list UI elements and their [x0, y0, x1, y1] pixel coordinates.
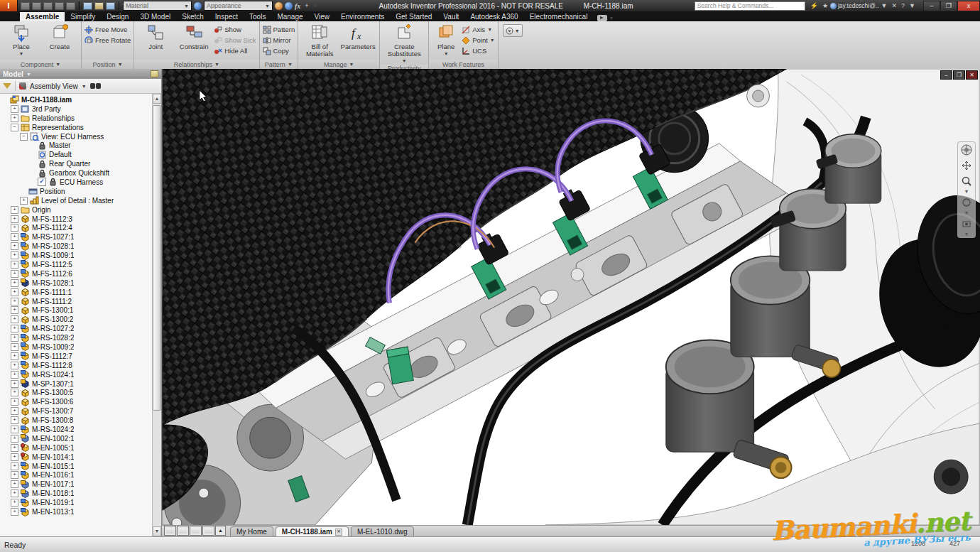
tree-item[interactable]: +M-EN-1017:1 — [0, 480, 152, 489]
doc-minimize-button[interactable]: – — [940, 70, 952, 80]
tab-manage[interactable]: Manage — [271, 12, 308, 21]
tree-item[interactable]: −View: ECU Harness — [0, 132, 152, 141]
tab-design[interactable]: Design — [101, 12, 134, 21]
redo-icon[interactable] — [66, 2, 75, 10]
create-substitutes-button[interactable]: Create Substitutes ▼ — [383, 23, 425, 65]
tab-get-started[interactable]: Get Started — [390, 12, 437, 21]
tree-expander-icon[interactable]: + — [11, 371, 18, 379]
tree-item[interactable]: +M-RS-1028:1 — [0, 278, 152, 288]
pattern-button[interactable]: Pattern — [263, 25, 295, 34]
group-label-manage[interactable]: Manage ▼ — [298, 60, 379, 69]
ribbon-more-button[interactable]: ▼ — [503, 24, 523, 37]
orbit-icon[interactable] — [960, 196, 973, 209]
tree-expander-icon[interactable]: + — [11, 444, 18, 452]
tree-expander-icon[interactable]: + — [11, 508, 18, 516]
user-menu-chevron-icon[interactable]: ▼ — [881, 2, 888, 9]
tree-item[interactable]: Gearbox Quickshift — [0, 168, 152, 178]
free-move-button[interactable]: Free Move — [85, 25, 131, 34]
tree-item[interactable]: +M-FS-1112:6 — [0, 269, 152, 278]
minimize-button[interactable]: – — [923, 1, 940, 11]
group-label-component[interactable]: Component ▼ — [0, 60, 81, 69]
zoom-flyout-chevron-icon[interactable]: ▼ — [964, 190, 969, 193]
tree-expander-icon[interactable]: + — [11, 242, 18, 250]
tree-item[interactable]: +3rd Party — [0, 104, 152, 114]
group-label-pattern[interactable]: Pattern ▼ — [260, 60, 298, 69]
tab-3d-model[interactable]: 3D Model — [134, 12, 176, 21]
tree-expander-icon[interactable]: + — [11, 471, 18, 479]
joint-button[interactable]: Joint — [137, 23, 174, 50]
tree-expander-icon[interactable]: − — [20, 133, 28, 141]
group-label-position[interactable]: Position ▼ — [82, 60, 134, 69]
tree-expander-icon[interactable]: + — [11, 288, 18, 296]
doc-tab-m-el-1010-dwg[interactable]: M-EL-1010.dwg — [351, 526, 414, 536]
tree-item[interactable]: +M-FS-1112:8 — [0, 361, 152, 370]
tab-inspect[interactable]: Inspect — [209, 12, 244, 21]
tree-expander-icon[interactable]: + — [11, 489, 18, 497]
tree-item[interactable]: +M-FS-1111:2 — [0, 297, 152, 306]
tree-item[interactable]: +M-FS-1112:7 — [0, 352, 152, 361]
tree-item[interactable]: +Relationships — [0, 114, 152, 123]
appearance-combo[interactable]: Appearance ▼ — [204, 1, 273, 11]
tree-item[interactable]: +M-EN-1016:1 — [0, 471, 152, 480]
look-at-icon[interactable] — [960, 217, 973, 230]
browser-header[interactable]: Model ▼ — [0, 69, 161, 79]
tree-item[interactable]: +M-FS-1112:4 — [0, 223, 152, 232]
tree-item[interactable]: +M-FS-1300:8 — [0, 416, 152, 425]
tree-expander-icon[interactable]: + — [11, 362, 18, 369]
constrain-button[interactable]: Constrain — [175, 23, 212, 50]
tree-item[interactable]: +Origin — [0, 205, 152, 215]
plus-icon[interactable]: + — [305, 2, 308, 9]
clear-appearance-icon[interactable] — [285, 2, 293, 10]
tree-item[interactable]: +M-FS-1300:6 — [0, 397, 152, 406]
tree-expander-icon[interactable]: + — [11, 233, 18, 241]
tab-list-icon[interactable]: ▲ — [215, 526, 226, 536]
cascade-windows-icon[interactable] — [164, 526, 176, 536]
tree-item[interactable]: M-CH-1188.iam — [0, 95, 152, 104]
tree-expander-icon[interactable]: + — [11, 325, 18, 332]
tree-expander-icon[interactable]: + — [11, 407, 18, 415]
tree-item[interactable]: +M-EN-1015:1 — [0, 462, 152, 471]
parameters-quick-icon[interactable]: fx — [295, 2, 300, 10]
tab-simplify[interactable]: Simplify — [65, 12, 101, 21]
exchange-apps-icon[interactable]: ✕ — [892, 2, 898, 9]
tree-item[interactable]: +M-FS-1111:1 — [0, 288, 152, 297]
scroll-up-icon[interactable]: ▲ — [153, 94, 161, 104]
tree-expander-icon[interactable]: + — [11, 306, 18, 314]
axis-button[interactable]: Axis ▼ — [462, 25, 495, 34]
tree-expander-icon[interactable]: + — [11, 206, 18, 214]
doc-tab-close-icon[interactable]: ✕ — [335, 529, 342, 536]
tab-sketch[interactable]: Sketch — [176, 12, 209, 21]
tree-item[interactable]: −Representations — [0, 123, 152, 132]
orbit-flyout-chevron-icon[interactable]: ▼ — [964, 212, 969, 215]
show-button[interactable]: Show — [214, 25, 256, 34]
tree-expander-icon[interactable]: + — [11, 315, 18, 323]
tree-item[interactable]: +M-FS-1300:1 — [0, 305, 152, 315]
tree-expander-icon[interactable]: + — [11, 279, 18, 287]
tree-item[interactable]: +M-FS-1300:7 — [0, 406, 152, 416]
copy-button[interactable]: Copy — [263, 46, 295, 55]
restore-button[interactable]: ❐ — [940, 1, 957, 11]
free-rotate-button[interactable]: Free Rotate — [85, 36, 131, 45]
tree-item[interactable]: +M-SP-1307:1 — [0, 379, 152, 389]
tree-item[interactable]: ✓ECU Harness — [0, 178, 152, 187]
tree-item[interactable]: Default — [0, 150, 152, 159]
tree-expander-icon[interactable]: + — [11, 416, 18, 424]
tree-item[interactable]: Position — [0, 187, 152, 196]
undo-icon[interactable] — [55, 2, 64, 10]
star-icon[interactable]: ★ — [822, 2, 828, 9]
tree-expander-icon[interactable]: + — [11, 261, 18, 269]
signin-user[interactable]: jay.tedeschi@.. — [838, 2, 879, 9]
tree-expander-icon[interactable]: + — [11, 270, 18, 278]
material-combo[interactable]: Material ▼ — [123, 1, 192, 11]
tree-item[interactable]: +M-RS-1027:1 — [0, 232, 152, 242]
screenshot-icon[interactable] — [94, 2, 104, 10]
zoom-icon[interactable] — [960, 175, 973, 188]
measure-icon[interactable] — [106, 2, 115, 10]
tree-item[interactable]: +M-RS-1028:1 — [0, 242, 152, 251]
close-button[interactable]: x — [957, 1, 980, 11]
doc-tab-my-home[interactable]: My Home — [230, 526, 273, 536]
tree-expander-icon[interactable]: + — [11, 380, 18, 388]
tree-item[interactable]: +M-EN-1005:1 — [0, 443, 152, 453]
tree-expander-icon[interactable]: + — [11, 224, 18, 232]
tree-checkbox[interactable]: ✓ — [38, 178, 46, 186]
